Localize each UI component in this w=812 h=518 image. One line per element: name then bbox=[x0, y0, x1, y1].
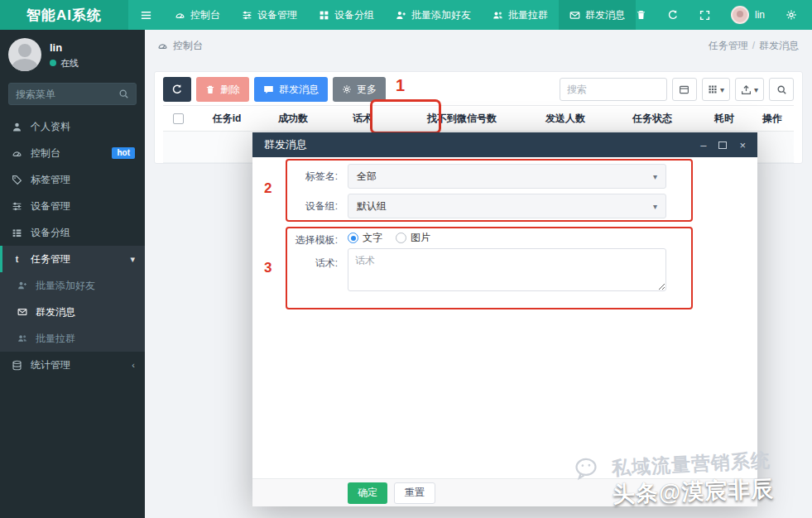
clear-cache-icon[interactable] bbox=[667, 9, 679, 21]
column-header-not-found[interactable]: 找不到微信号数 bbox=[400, 112, 524, 126]
users-icon bbox=[16, 333, 28, 343]
column-header-send-count[interactable]: 发送人数 bbox=[524, 112, 607, 126]
user-menu[interactable]: lin bbox=[731, 6, 765, 24]
trash-icon[interactable] bbox=[636, 9, 646, 21]
template-label: 选择模板: bbox=[252, 233, 338, 247]
user-plus-icon bbox=[396, 10, 406, 21]
column-header-task-status[interactable]: 任务状态 bbox=[607, 112, 698, 126]
export-dropdown-button[interactable]: ▾ bbox=[735, 78, 764, 101]
chevron-down-icon: ▾ bbox=[130, 254, 135, 265]
breadcrumb: 控制台 任务管理/群发消息 bbox=[157, 39, 799, 53]
gauge-icon bbox=[175, 10, 185, 21]
sidebar-item-device-group[interactable]: 设备分组 bbox=[0, 219, 145, 246]
maximize-icon bbox=[718, 141, 727, 149]
radio-checked-icon bbox=[348, 233, 358, 243]
task-submenu: 批量添加好友 群发消息 批量拉群 bbox=[0, 272, 145, 352]
list-grid-icon bbox=[11, 228, 23, 238]
radio-text-template[interactable]: 文字 bbox=[348, 231, 382, 245]
sliders-icon bbox=[11, 201, 23, 212]
column-header-actions[interactable]: 操作 bbox=[751, 112, 794, 126]
fullscreen-icon[interactable] bbox=[699, 10, 710, 21]
users-icon bbox=[492, 10, 503, 21]
script-textarea[interactable] bbox=[348, 248, 666, 291]
tag-name-select[interactable]: 全部 ▾ bbox=[348, 164, 666, 189]
table-header-row: 任务id 成功数 话术 找不到微信号数 发送人数 任务状态 耗时 操作 bbox=[163, 105, 794, 132]
chat-bubble-icon bbox=[263, 84, 274, 95]
grid-menu-icon bbox=[708, 84, 718, 94]
column-header-script[interactable]: 话术 bbox=[325, 112, 400, 126]
sidebar: lin 在线 个人资料 控制台 hot 标签管理 设备管理 bbox=[0, 30, 145, 518]
tag-name-label: 标签名: bbox=[252, 170, 338, 184]
search-button[interactable] bbox=[769, 78, 794, 101]
sliders-icon bbox=[242, 10, 252, 21]
sidebar-item-device-manage[interactable]: 设备管理 bbox=[0, 193, 145, 219]
card-view-button[interactable] bbox=[672, 78, 697, 101]
user-plus-icon bbox=[16, 281, 28, 290]
sidebar-subitem-batch-pull-group[interactable]: 批量拉群 bbox=[0, 325, 145, 352]
topnav-item-batch-pull-group[interactable]: 批量拉群 bbox=[482, 0, 559, 30]
chevron-down-icon: ▾ bbox=[720, 85, 724, 94]
top-navbar: 智能AI系统 控制台 设备管理 设备分组 批量添加好友 批量拉群 群发消息 bbox=[0, 0, 812, 30]
modal-title: 群发消息 bbox=[264, 137, 307, 152]
modal-header[interactable]: 群发消息 – × bbox=[252, 132, 757, 157]
columns-dropdown-button[interactable]: ▾ bbox=[702, 78, 730, 101]
mass-message-button[interactable]: 群发消息 bbox=[254, 77, 328, 102]
search-icon[interactable] bbox=[118, 89, 129, 99]
sidebar-item-tag-manage[interactable]: 标签管理 bbox=[0, 166, 145, 193]
sidebar-section-tasks: t 任务管理 ▾ 批量添加好友 群发消息 批量拉群 bbox=[0, 246, 145, 352]
breadcrumb-section[interactable]: 任务管理 bbox=[709, 40, 748, 51]
tag-icon bbox=[11, 175, 23, 185]
sidebar-item-stats-manage[interactable]: 统计管理 ‹ bbox=[0, 352, 145, 378]
sidebar-user-panel: lin 在线 bbox=[0, 30, 145, 78]
topnav-item-device-group[interactable]: 设备分组 bbox=[308, 0, 385, 30]
chevron-left-icon: ‹ bbox=[132, 360, 135, 370]
grid-icon bbox=[319, 10, 329, 21]
chevron-down-icon: ▾ bbox=[754, 85, 758, 94]
topnav-item-dashboard[interactable]: 控制台 bbox=[164, 0, 231, 30]
trash-icon bbox=[205, 84, 215, 95]
topnav-item-batch-add-friends[interactable]: 批量添加好友 bbox=[385, 0, 482, 30]
table-search-input[interactable] bbox=[560, 78, 667, 101]
delete-button[interactable]: 删除 bbox=[196, 77, 249, 102]
close-button[interactable]: × bbox=[739, 140, 746, 151]
sidebar-search bbox=[8, 83, 137, 105]
sidebar-item-dashboard[interactable]: 控制台 hot bbox=[0, 140, 145, 166]
card-view-icon bbox=[679, 84, 689, 95]
table-toolbar: 删除 群发消息 更多 ▾ ▾ bbox=[163, 77, 794, 102]
topnav-item-device-manage[interactable]: 设备管理 bbox=[231, 0, 308, 30]
confirm-button[interactable]: 确定 bbox=[348, 482, 387, 504]
search-icon bbox=[776, 84, 787, 95]
select-all-checkbox[interactable] bbox=[173, 113, 184, 124]
refresh-icon bbox=[171, 84, 183, 95]
share-settings-icon[interactable] bbox=[786, 9, 797, 21]
column-header-success-count[interactable]: 成功数 bbox=[261, 112, 325, 126]
radio-unchecked-icon bbox=[396, 233, 406, 243]
svg-text:t: t bbox=[16, 254, 19, 264]
radio-image-template[interactable]: 图片 bbox=[396, 231, 430, 245]
sidebar-search-input[interactable] bbox=[16, 89, 118, 100]
column-header-task-id[interactable]: 任务id bbox=[193, 112, 261, 126]
device-group-select[interactable]: 默认组 ▾ bbox=[348, 194, 666, 218]
maximize-button[interactable] bbox=[718, 141, 727, 149]
mass-message-modal: 群发消息 – × 标签名: 全部 ▾ 设备组: 默认组 ▾ 选择模板: 文字 图… bbox=[252, 132, 757, 506]
letter-t-icon: t bbox=[11, 254, 23, 265]
refresh-button[interactable] bbox=[163, 77, 191, 102]
script-label: 话术: bbox=[252, 257, 338, 271]
sidebar-item-profile[interactable]: 个人资料 bbox=[0, 113, 145, 140]
user-icon bbox=[11, 122, 23, 132]
more-button[interactable]: 更多 bbox=[333, 77, 386, 102]
topnav-item-mass-message[interactable]: 群发消息 bbox=[559, 0, 636, 30]
online-dot-icon bbox=[50, 60, 56, 66]
breadcrumb-current[interactable]: 控制台 bbox=[173, 39, 203, 53]
sidebar-item-task-manage[interactable]: t 任务管理 ▾ bbox=[0, 246, 145, 272]
reset-button[interactable]: 重置 bbox=[394, 482, 435, 504]
chevron-down-icon: ▾ bbox=[653, 172, 657, 181]
sidebar-username: lin bbox=[50, 40, 79, 56]
sidebar-subitem-mass-message[interactable]: 群发消息 bbox=[0, 299, 145, 325]
breadcrumb-separator: / bbox=[752, 40, 755, 51]
sidebar-menu: 个人资料 控制台 hot 标签管理 设备管理 设备分组 t 任务管理 ▾ bbox=[0, 113, 145, 378]
column-header-elapsed[interactable]: 耗时 bbox=[698, 112, 751, 126]
minimize-button[interactable]: – bbox=[700, 140, 706, 151]
sidebar-subitem-batch-add-friends[interactable]: 批量添加好友 bbox=[0, 272, 145, 299]
sidebar-toggle-button[interactable] bbox=[128, 0, 164, 30]
